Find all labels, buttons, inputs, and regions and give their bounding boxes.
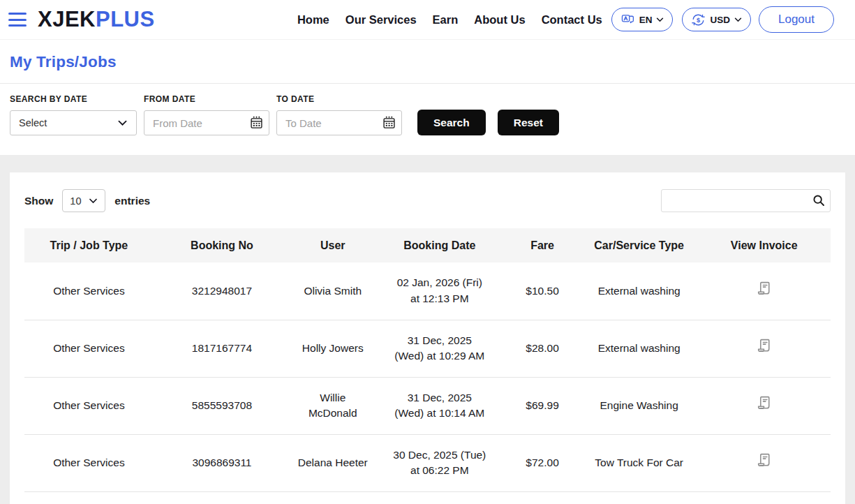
search-by-date-field: SEARCH BY DATE Select	[10, 94, 137, 135]
view-invoice-cell	[697, 320, 831, 377]
booking-no-cell: 5855593708	[154, 377, 290, 434]
to-date-label: TO DATE	[276, 94, 402, 104]
user-cell: Willie McDonald	[290, 377, 375, 434]
booking-no-cell: 1817167774	[154, 320, 290, 377]
content-area: Show 10 entries Trip / Job Type Booking …	[0, 155, 855, 504]
fare-cell: $72.00	[504, 434, 581, 491]
col-trip-job-type: Trip / Job Type	[24, 228, 154, 262]
invoice-icon[interactable]	[755, 280, 773, 297]
currency-exchange-icon: $	[691, 13, 706, 27]
page-size-select[interactable]: 10	[62, 189, 105, 212]
view-invoice-cell	[697, 377, 831, 434]
booking-date-cell: 02 Jan, 2026 (Fri) at 12:13 PM	[375, 262, 504, 320]
table-row: Other Services 1817167774 Holly Jowers 3…	[24, 320, 831, 377]
menu-icon[interactable]	[8, 13, 27, 27]
service-type-cell: Tow Truck For Car	[581, 434, 697, 491]
service-type-cell: Engine Washing	[581, 377, 697, 434]
search-by-date-value: Select	[19, 117, 47, 128]
logo[interactable]: XJEKPLUS	[38, 7, 155, 32]
table-controls: Show 10 entries	[24, 189, 831, 212]
trip-type-cell: Other Services	[24, 320, 154, 377]
entries-label: entries	[114, 195, 150, 207]
chevron-down-icon	[89, 198, 98, 204]
show-label: Show	[24, 195, 53, 207]
booking-date-cell: 30 Dec, 2025 (Tue) at 06:22 PM	[375, 434, 504, 491]
logout-button[interactable]: Logout	[759, 6, 834, 33]
chevron-down-icon	[117, 120, 128, 126]
trip-type-cell: Other Services	[24, 262, 154, 320]
main-nav: Home Our Services Earn About Us Contact …	[297, 13, 602, 27]
from-date-field: FROM DATE	[144, 94, 269, 135]
table-row: Other Services 3212948017 Olivia Smith 0…	[24, 262, 831, 320]
booking-date-cell: 31 Dec, 2025 (Wed) at 10:14 AM	[375, 377, 504, 434]
booking-date-cell: 31 Dec, 2025 (Wed) at 10:29 AM	[375, 320, 504, 377]
booking-no-cell: 3212948017	[154, 262, 290, 320]
trips-card: Show 10 entries Trip / Job Type Booking …	[10, 172, 845, 504]
search-by-date-select[interactable]: Select	[10, 110, 137, 135]
booking-no-cell: 3096869311	[154, 434, 290, 491]
page-title: My Trips/Jobs	[10, 53, 845, 71]
chevron-down-icon	[734, 17, 742, 22]
search-button[interactable]: Search	[417, 110, 486, 135]
nav-about-us[interactable]: About Us	[474, 13, 525, 27]
from-date-label: FROM DATE	[144, 94, 269, 104]
to-date-input[interactable]	[276, 110, 402, 135]
trip-type-cell: Other Services	[24, 377, 154, 434]
reset-button[interactable]: Reset	[498, 110, 559, 135]
service-type-cell: External washing	[581, 320, 697, 377]
table-header-row: Trip / Job Type Booking No User Booking …	[24, 228, 831, 262]
currency-label: USD	[710, 15, 730, 25]
to-date-field: TO DATE	[276, 94, 402, 135]
logo-primary: XJEK	[38, 7, 96, 31]
from-date-input[interactable]	[144, 110, 269, 135]
invoice-icon[interactable]	[755, 394, 773, 412]
table-search	[661, 189, 831, 212]
trip-type-cell: Other Services	[24, 434, 154, 491]
nav-our-services[interactable]: Our Services	[345, 13, 417, 27]
language-selector[interactable]: EN	[611, 8, 674, 31]
invoice-icon[interactable]	[755, 337, 773, 355]
col-fare: Fare	[504, 228, 581, 262]
nav-earn[interactable]: Earn	[433, 13, 459, 27]
user-cell: Olivia Smith	[290, 262, 375, 320]
currency-selector[interactable]: $ USD	[682, 8, 751, 31]
table-search-input[interactable]	[661, 189, 831, 212]
search-icon	[812, 194, 825, 207]
nav-home[interactable]: Home	[297, 13, 329, 27]
top-navbar: XJEKPLUS Home Our Services Earn About Us…	[0, 0, 855, 40]
nav-contact-us[interactable]: Contact Us	[542, 13, 602, 27]
fare-cell: $10.50	[504, 262, 581, 320]
service-type-cell: External washing	[581, 262, 697, 320]
language-label: EN	[639, 15, 653, 25]
col-user: User	[290, 228, 375, 262]
svg-text:$: $	[697, 16, 700, 23]
fare-cell: $28.00	[504, 320, 581, 377]
invoice-icon[interactable]	[755, 452, 773, 469]
view-invoice-cell	[697, 262, 831, 320]
page-size-value: 10	[70, 195, 81, 207]
table-row: Other Services 3096869311 Delana Heeter …	[24, 434, 831, 491]
chevron-down-icon	[656, 17, 664, 22]
user-cell: Holly Jowers	[290, 320, 375, 377]
filters-bar: SEARCH BY DATE Select FROM DATE TO DATE	[0, 84, 855, 155]
page-header: My Trips/Jobs	[0, 40, 855, 84]
col-booking-date: Booking Date	[375, 228, 504, 262]
fare-cell: $69.99	[504, 377, 581, 434]
col-booking-no: Booking No	[154, 228, 290, 262]
trips-table: Trip / Job Type Booking No User Booking …	[24, 228, 831, 492]
logo-accent: PLUS	[96, 7, 155, 31]
col-view-invoice: View Invoice	[697, 228, 831, 262]
translate-icon	[620, 13, 635, 27]
user-cell: Delana Heeter	[290, 434, 375, 491]
view-invoice-cell	[697, 434, 831, 491]
search-by-date-label: SEARCH BY DATE	[10, 94, 137, 104]
col-car-service-type: Car/Service Type	[581, 228, 697, 262]
table-row: Other Services 5855593708 Willie McDonal…	[24, 377, 831, 434]
